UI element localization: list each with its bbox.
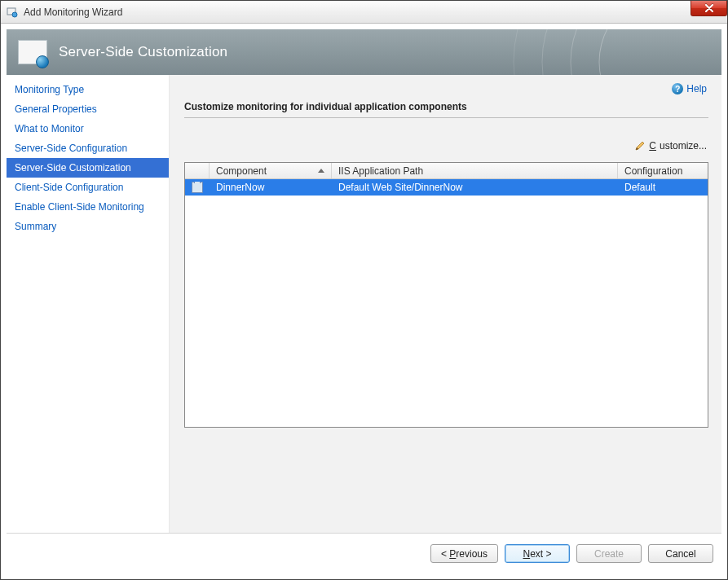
svg-point-3 (571, 29, 721, 75)
row-icon-cell (185, 182, 210, 193)
wizard-window: Add Monitoring Wizard Server-Side Custom… (0, 0, 728, 580)
row-configuration-cell: Default (618, 182, 708, 193)
col-header-configuration[interactable]: Configuration (618, 163, 708, 178)
web-app-icon (192, 182, 203, 193)
content-area: Monitoring Type General Properties What … (7, 75, 721, 533)
customize-label-first: C (649, 140, 656, 152)
sort-ascending-icon (318, 169, 324, 173)
customize-button[interactable]: CCustomize...ustomize... (634, 140, 707, 152)
step-server-side-customization[interactable]: Server-Side Customization (7, 158, 169, 178)
col-header-iis-path-label: IIS Application Path (338, 165, 423, 177)
col-header-component-label: Component (216, 165, 267, 177)
cancel-button[interactable]: Cancel (648, 544, 713, 563)
titlebar: Add Monitoring Wizard (1, 1, 727, 24)
banner: Server-Side Customization (7, 29, 721, 75)
banner-icon (18, 40, 47, 64)
step-client-side-configuration[interactable]: Client-Side Configuration (7, 178, 169, 197)
next-button[interactable]: Next > (505, 544, 570, 563)
customize-label-rest: ustomize... (660, 140, 707, 152)
svg-point-5 (514, 29, 721, 75)
window-title: Add Monitoring Wizard (24, 7, 122, 18)
col-header-configuration-label: Configuration (624, 165, 682, 177)
col-header-iis-path[interactable]: IIS Application Path (332, 163, 618, 178)
section-heading: Customize monitoring for individual appl… (184, 101, 708, 118)
col-header-icon[interactable] (185, 163, 210, 178)
step-what-to-monitor[interactable]: What to Monitor (7, 119, 169, 138)
banner-title: Server-Side Customization (59, 44, 227, 60)
col-header-component[interactable]: Component (210, 163, 332, 178)
create-button: Create (576, 544, 642, 563)
help-label: Help (686, 83, 707, 94)
svg-point-4 (542, 29, 721, 75)
pencil-icon (634, 140, 646, 152)
row-iis-path-cell: Default Web Site/DinnerNow (332, 182, 618, 193)
wizard-footer: < Previous Next > Create Cancel (7, 533, 721, 573)
help-link[interactable]: ? Help (672, 83, 707, 94)
banner-decoration (444, 29, 721, 75)
wizard-steps-sidebar: Monitoring Type General Properties What … (7, 75, 170, 533)
step-enable-client-side-monitoring[interactable]: Enable Client-Side Monitoring (7, 197, 169, 217)
app-icon (6, 6, 19, 19)
previous-button[interactable]: < Previous (430, 544, 498, 563)
table-row[interactable]: DinnerNow Default Web Site/DinnerNow Def… (185, 179, 708, 196)
main-panel: ? Help Customize monitoring for individu… (170, 75, 721, 533)
step-server-side-configuration[interactable]: Server-Side Configuration (7, 138, 169, 158)
close-button[interactable] (690, 1, 727, 16)
table-header: Component IIS Application Path Configura… (185, 163, 708, 179)
svg-point-2 (599, 29, 721, 75)
help-icon: ? (672, 83, 683, 94)
step-summary[interactable]: Summary (7, 217, 169, 236)
step-monitoring-type[interactable]: Monitoring Type (7, 80, 169, 99)
svg-point-1 (12, 12, 17, 17)
row-component-cell: DinnerNow (210, 182, 332, 193)
components-table: Component IIS Application Path Configura… (184, 162, 708, 428)
step-general-properties[interactable]: General Properties (7, 99, 169, 119)
